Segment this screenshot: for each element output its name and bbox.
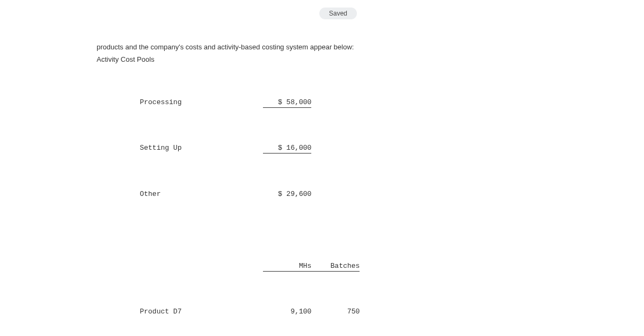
col-header-batches: Batches xyxy=(311,262,360,272)
intro-text: products and the company's costs and act… xyxy=(97,43,623,51)
pool-amount: $ 29,600 xyxy=(263,190,311,199)
pool-amount: $ 16,000 xyxy=(263,144,311,154)
pool-label: Other xyxy=(140,190,263,199)
activity-pools-table: Processing$ 58,000 Setting Up$ 16,000 Ot… xyxy=(106,71,623,226)
col-header-mhs: MHs xyxy=(263,262,311,272)
driver-table: MHsBatches Product D79,100750 Product H0… xyxy=(106,235,623,336)
pool-label: Processing xyxy=(140,98,263,107)
driver-mhs: 9,100 xyxy=(263,308,311,317)
content-area: products and the company's costs and act… xyxy=(0,0,644,336)
activity-pools-title: Activity Cost Pools xyxy=(97,55,623,63)
page-root: Saved products and the company's costs a… xyxy=(0,0,644,336)
pool-label: Setting Up xyxy=(140,144,263,153)
driver-batches: 750 xyxy=(311,308,360,317)
pool-amount: $ 58,000 xyxy=(263,98,311,108)
status-badge: Saved xyxy=(319,8,357,19)
driver-row-label: Product D7 xyxy=(140,308,263,317)
